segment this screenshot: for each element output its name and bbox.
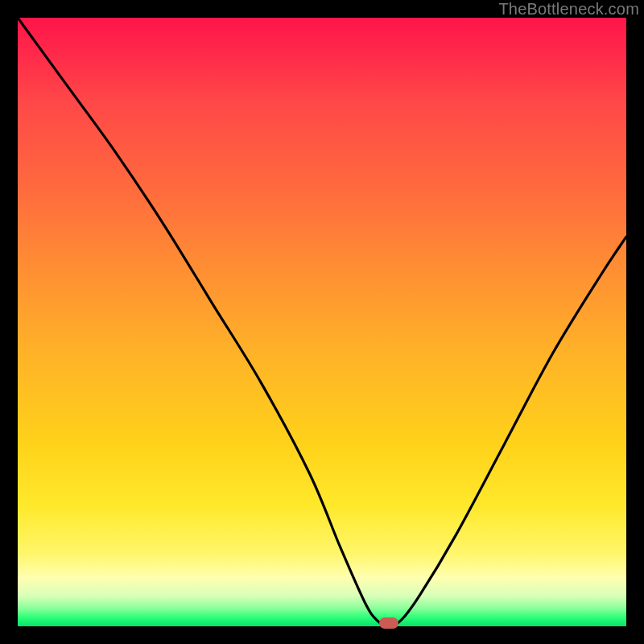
bottleneck-curve (18, 18, 626, 626)
chart-frame: TheBottleneck.com (0, 0, 644, 644)
minimum-marker (379, 617, 398, 629)
plot-area (18, 18, 626, 626)
watermark-text: TheBottleneck.com (498, 0, 639, 19)
